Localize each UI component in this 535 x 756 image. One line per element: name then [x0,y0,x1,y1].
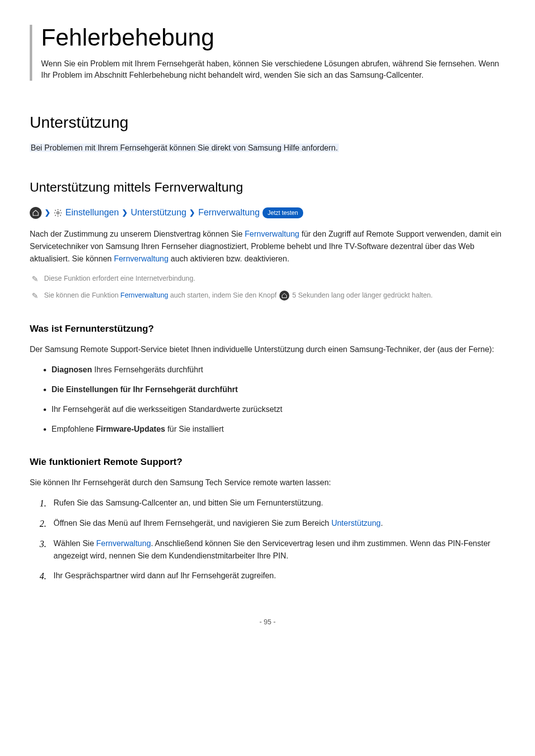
subsection-remote-heading: Unterstützung mittels Fernverwaltung [30,178,505,197]
pencil-icon: ✎ [32,273,38,285]
chevron-icon: ❯ [122,207,128,218]
remote-paragraph: Nach der Zustimmung zu unserem Dienstver… [30,228,505,265]
nav-remote[interactable]: Fernverwaltung [198,206,260,219]
link-fernverwaltung[interactable]: Fernverwaltung [120,291,168,299]
link-support[interactable]: Unterstützung [331,519,381,527]
nav-path: ❯ Einstellungen ❯ Unterstützung ❯ Fernve… [30,206,505,219]
section-support-heading: Unterstützung [30,110,505,134]
chevron-icon: ❯ [45,207,51,218]
nav-support[interactable]: Unterstützung [131,206,186,219]
list-item: Ihr Fernsehgerät auf die werksseitigen S… [52,403,505,415]
link-fernverwaltung[interactable]: Fernverwaltung [114,254,168,263]
list-item: Die Einstellungen für Ihr Fernsehgerät d… [52,384,505,396]
chevron-icon: ❯ [189,207,195,218]
list-item: Wählen Sie Fernverwaltung. Anschließend … [40,538,505,562]
subheading-what-is: Was ist Fernunterstützung? [30,322,505,336]
svg-point-0 [57,211,59,214]
list-item: Diagnosen Ihres Fernsehgeräts durchführt [52,364,505,376]
list-item: Öffnen Sie das Menü auf Ihrem Fernsehger… [40,517,505,530]
page-intro: Wenn Sie ein Problem mit Ihrem Fernsehge… [41,58,505,81]
link-fernverwaltung[interactable]: Fernverwaltung [245,230,299,238]
note-hold-button: ✎ Sie können die Funktion Fernverwaltung… [30,290,505,302]
list-item: Ihr Gesprächspartner wird dann auf Ihr F… [40,570,505,582]
bullet-list: Diagnosen Ihres Fernsehgeräts durchführt… [30,364,505,435]
steps-list: Rufen Sie das Samsung-Callcenter an, und… [30,497,505,582]
page-number: - 95 - [30,617,505,627]
pencil-icon: ✎ [32,290,38,302]
link-fernverwaltung[interactable]: Fernverwaltung [96,539,151,548]
title-block: Fehlerbehebung Wenn Sie ein Problem mit … [30,25,505,81]
home-icon [30,207,42,219]
how-works-paragraph: Sie können Ihr Fernsehgerät durch den Sa… [30,477,505,489]
list-item: Rufen Sie das Samsung-Callcenter an, und… [40,497,505,509]
gear-icon [54,208,62,217]
section-support-highlight: Bei Problemen mit Ihrem Fernsehgerät kön… [30,144,339,152]
list-item: Empfohlene Firmware-Updates für Sie inst… [52,423,505,435]
note-internet: ✎ Diese Funktion erfordert eine Internet… [30,273,505,285]
what-is-paragraph: Der Samsung Remote Support-Service biete… [30,344,505,356]
home-icon [279,291,289,301]
try-now-badge[interactable]: Jetzt testen [263,207,303,218]
subheading-how-works: Wie funktioniert Remote Support? [30,455,505,469]
nav-settings[interactable]: Einstellungen [65,206,119,219]
page-title: Fehlerbehebung [41,25,505,51]
